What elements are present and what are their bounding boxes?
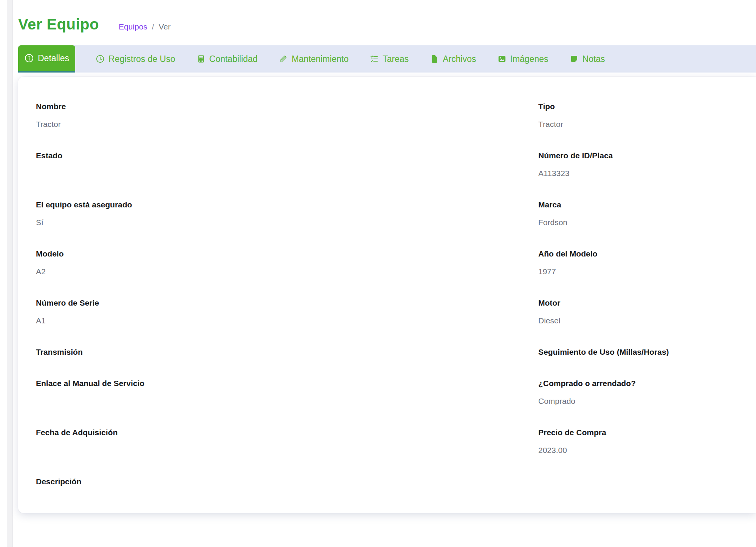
- field-label: Estado: [36, 150, 538, 161]
- field-tipo: Tipo Tractor: [538, 101, 738, 129]
- field-label: Nombre: [36, 101, 538, 111]
- field-estado: Estado: [36, 150, 538, 161]
- field-comprado-arrendado: ¿Comprado o arrendado? Comprado: [538, 378, 738, 406]
- field-value: Fordson: [538, 217, 738, 227]
- field-seguimiento-uso: Seguimiento de Uso (Millas/Horas): [538, 347, 738, 357]
- field-numero-id-placa: Número de ID/Placa A113323: [538, 150, 738, 178]
- breadcrumb: Equipos / Ver: [119, 22, 170, 31]
- field-value: Tractor: [36, 119, 538, 129]
- tab-archivos[interactable]: Archivos: [419, 45, 486, 73]
- tab-bar: Detalles Registros de Uso: [18, 45, 756, 73]
- info-icon: [24, 53, 34, 63]
- field-precio-compra: Precio de Compra 2023.00: [538, 427, 738, 455]
- breadcrumb-current: Ver: [159, 22, 171, 31]
- tab-registros-de-uso[interactable]: Registros de Uso: [85, 45, 186, 73]
- field-label: Fecha de Adquisición: [36, 427, 538, 437]
- field-label: ¿Comprado o arrendado?: [538, 378, 738, 388]
- file-icon: [430, 54, 439, 63]
- field-label: Número de ID/Placa: [538, 150, 738, 161]
- field-row: Enlace al Manual de Servicio ¿Comprado o…: [36, 378, 738, 406]
- page-left-edge: [7, 0, 13, 547]
- field-row: Fecha de Adquisición Precio de Compra 20…: [36, 427, 738, 455]
- field-enlace-manual: Enlace al Manual de Servicio: [36, 378, 538, 388]
- tab-contabilidad[interactable]: Contabilidad: [186, 45, 268, 73]
- field-label: Motor: [538, 298, 738, 308]
- image-icon: [497, 54, 507, 63]
- checklist-icon: [370, 54, 379, 63]
- field-motor: Motor Diesel: [538, 298, 738, 326]
- tab-label: Archivos: [443, 54, 476, 64]
- clock-icon: [96, 54, 105, 63]
- field-marca: Marca Fordson: [538, 199, 738, 227]
- tab-label: Tareas: [383, 54, 409, 64]
- tab-label: Imágenes: [510, 54, 548, 64]
- calculator-icon: [197, 54, 206, 63]
- ruler-icon: [279, 54, 288, 63]
- field-row: El equipo está asegurado Sí Marca Fordso…: [36, 199, 738, 227]
- field-value: 2023.00: [538, 445, 738, 455]
- field-nombre: Nombre Tractor: [36, 101, 538, 129]
- tab-mantenimiento[interactable]: Mantenimiento: [268, 45, 359, 73]
- field-value: A2: [36, 266, 538, 277]
- field-descripcion: Descripción: [36, 476, 538, 487]
- field-label: Año del Modelo: [538, 249, 738, 259]
- field-row: Nombre Tractor Tipo Tractor: [36, 101, 738, 129]
- field-label: Precio de Compra: [538, 427, 738, 437]
- field-label: Modelo: [36, 249, 538, 259]
- field-row: Transmisión Seguimiento de Uso (Millas/H…: [36, 347, 738, 357]
- field-label: Transmisión: [36, 347, 538, 357]
- field-label: Tipo: [538, 101, 738, 111]
- field-value: A113323: [538, 168, 738, 178]
- field-label: Número de Serie: [36, 298, 538, 308]
- breadcrumb-separator: /: [152, 22, 154, 31]
- tab-label: Mantenimiento: [291, 54, 349, 64]
- page-title: Ver Equipo: [18, 15, 99, 33]
- field-label: Marca: [538, 199, 738, 210]
- tab-label: Registros de Uso: [108, 54, 175, 64]
- field-row: Número de Serie A1 Motor Diesel: [36, 298, 738, 326]
- field-label: Enlace al Manual de Servicio: [36, 378, 538, 388]
- field-modelo: Modelo A2: [36, 249, 538, 277]
- breadcrumb-link-equipos[interactable]: Equipos: [119, 22, 147, 31]
- field-label: Descripción: [36, 476, 538, 487]
- main-content: Ver Equipo Equipos / Ver Detalles: [18, 0, 756, 513]
- tab-tareas[interactable]: Tareas: [359, 45, 419, 73]
- field-ano-modelo: Año del Modelo 1977: [538, 249, 738, 277]
- field-row: Descripción: [36, 476, 738, 487]
- tab-notas[interactable]: Notas: [559, 45, 616, 73]
- field-value: Sí: [36, 217, 538, 227]
- field-value: A1: [36, 315, 538, 326]
- tab-label: Notas: [582, 54, 605, 64]
- field-label: El equipo está asegurado: [36, 199, 538, 210]
- field-asegurado: El equipo está asegurado Sí: [36, 199, 538, 227]
- tab-detalles[interactable]: Detalles: [18, 45, 75, 73]
- field-numero-serie: Número de Serie A1: [36, 298, 538, 326]
- field-value: Diesel: [538, 315, 738, 326]
- field-row: Estado Número de ID/Placa A113323: [36, 150, 738, 178]
- details-panel: Nombre Tractor Tipo Tractor Estado Númer…: [18, 77, 756, 513]
- tab-label: Contabilidad: [209, 54, 258, 64]
- field-value: Tractor: [538, 119, 738, 129]
- field-fecha-adquisicion: Fecha de Adquisición: [36, 427, 538, 437]
- field-label: Seguimiento de Uso (Millas/Horas): [538, 347, 738, 357]
- page-header: Ver Equipo Equipos / Ver: [18, 0, 756, 26]
- field-transmision: Transmisión: [36, 347, 538, 357]
- note-icon: [570, 54, 579, 63]
- tab-imagenes[interactable]: Imágenes: [487, 45, 559, 73]
- field-value: Comprado: [538, 396, 738, 406]
- field-row: Modelo A2 Año del Modelo 1977: [36, 249, 738, 277]
- field-value: 1977: [538, 266, 738, 277]
- tab-label: Detalles: [38, 53, 69, 63]
